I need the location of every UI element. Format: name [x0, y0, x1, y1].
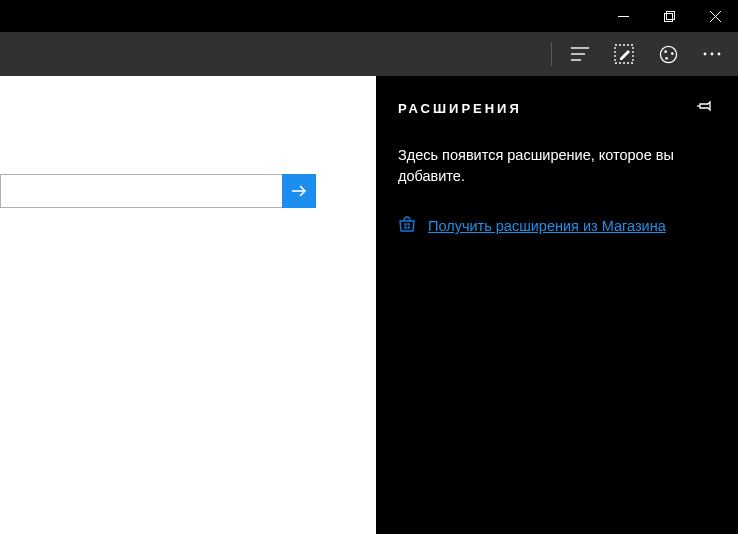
store-link-row: Получить расширения из Магазина — [398, 215, 714, 237]
main-content-area — [0, 76, 376, 534]
svg-point-15 — [718, 53, 721, 56]
search-input[interactable] — [0, 174, 282, 208]
window-titlebar — [0, 0, 738, 32]
svg-rect-22 — [408, 224, 410, 226]
share-button[interactable] — [646, 34, 690, 74]
more-dots-icon — [703, 52, 721, 56]
panel-description: Здесь появится расширение, которое вы до… — [398, 145, 714, 187]
store-bag-icon — [398, 215, 416, 237]
svg-point-10 — [664, 50, 667, 53]
toolbar-divider — [551, 42, 552, 66]
share-circle-icon — [659, 45, 678, 64]
panel-title: РАСШИРЕНИЯ — [398, 101, 522, 116]
content-row: РАСШИРЕНИЯ Здесь появится расширение, ко… — [0, 76, 738, 534]
extensions-panel: РАСШИРЕНИЯ Здесь появится расширение, ко… — [376, 76, 738, 534]
hub-button[interactable] — [558, 34, 602, 74]
svg-point-13 — [704, 53, 707, 56]
pin-button[interactable] — [697, 98, 714, 119]
panel-header: РАСШИРЕНИЯ — [398, 98, 714, 119]
svg-point-12 — [665, 56, 668, 59]
pin-icon — [697, 98, 714, 115]
svg-rect-2 — [666, 11, 674, 19]
search-go-button[interactable] — [282, 174, 316, 208]
web-notes-button[interactable] — [602, 34, 646, 74]
search-row — [0, 174, 316, 208]
svg-rect-23 — [405, 227, 407, 229]
close-button[interactable] — [692, 0, 738, 32]
svg-rect-21 — [405, 224, 407, 226]
arrow-right-icon — [290, 182, 308, 200]
svg-rect-1 — [664, 13, 672, 21]
pen-square-icon — [614, 44, 634, 64]
app-toolbar — [0, 32, 738, 76]
maximize-icon — [664, 11, 675, 22]
get-extensions-link[interactable]: Получить расширения из Магазина — [428, 218, 666, 234]
svg-point-14 — [711, 53, 714, 56]
hub-lines-icon — [570, 46, 590, 62]
svg-point-9 — [660, 46, 676, 62]
minimize-icon — [618, 11, 629, 22]
more-button[interactable] — [690, 34, 734, 74]
close-icon — [710, 11, 721, 22]
minimize-button[interactable] — [600, 0, 646, 32]
svg-rect-24 — [408, 227, 410, 229]
maximize-button[interactable] — [646, 0, 692, 32]
svg-point-11 — [670, 52, 673, 55]
